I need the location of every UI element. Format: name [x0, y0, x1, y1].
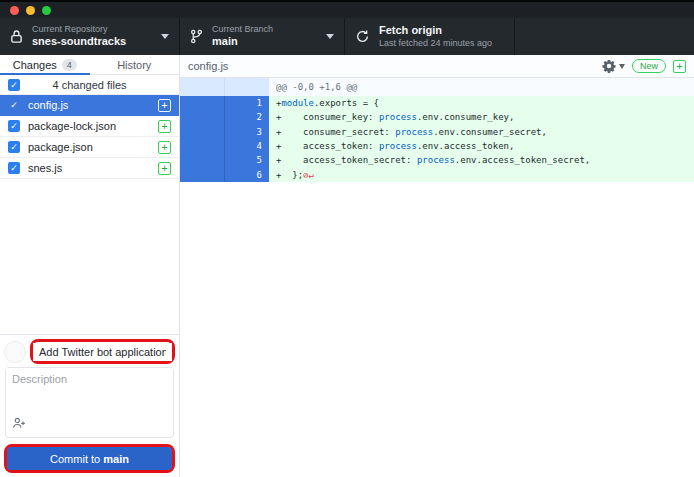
added-status-icon: +: [158, 99, 171, 112]
diff-line: 6+ };⊘↵: [180, 168, 694, 182]
titlebar: [0, 0, 694, 18]
diff-line-content: + access_token_secret: process.env.acces…: [269, 153, 694, 167]
new-file-badge: New: [632, 59, 666, 73]
current-branch-dropdown[interactable]: Current Branch main: [180, 18, 345, 55]
old-line-number: [180, 110, 225, 124]
zoom-button[interactable]: [42, 6, 51, 15]
diff-line-content: + consumer_secret: process.env.consumer_…: [269, 125, 694, 139]
new-line-number: 6: [225, 168, 270, 182]
hunk-gutter: [180, 78, 269, 96]
branch-icon: [190, 29, 203, 44]
new-line-number: 2: [225, 110, 270, 124]
hunk-header-text: @@ -0,0 +1,6 @@: [269, 78, 694, 96]
old-line-number: [180, 96, 225, 110]
old-line-number: [180, 168, 225, 182]
file-row[interactable]: ✓package-lock.json+: [0, 116, 179, 137]
added-status-icon: +: [673, 60, 686, 73]
fetch-status: Last fetched 24 minutes ago: [379, 38, 504, 49]
diff-line-content: + access_token: process.env.access_token…: [269, 139, 694, 153]
toolbar-empty-space: [515, 18, 694, 55]
old-line-number: [180, 125, 225, 139]
no-newline-icon: ⊘↵: [303, 170, 314, 180]
github-desktop-window: Current Repository snes-soundtracks Curr…: [0, 0, 694, 477]
fetch-label: Fetch origin: [379, 24, 504, 38]
file-name: package-lock.json: [28, 120, 150, 132]
commit-description-box: [5, 367, 174, 438]
sidebar-tabs: Changes4History: [0, 55, 179, 75]
old-line-number: [180, 153, 225, 167]
diff-line-content: +module.exports = {: [269, 96, 694, 110]
added-status-icon: +: [158, 141, 171, 154]
commit-summary-input[interactable]: [33, 343, 172, 361]
current-repository-dropdown[interactable]: Current Repository snes-soundtracks: [0, 18, 180, 55]
commit-button-annotation-box: Commit to main: [4, 444, 175, 473]
tab-changes[interactable]: Changes4: [0, 55, 90, 74]
tab-label: History: [117, 59, 151, 71]
diff-panel: config.js New + @: [180, 55, 694, 477]
chevron-down-icon: [619, 64, 625, 69]
file-row[interactable]: ✓snes.js+: [0, 158, 179, 179]
new-line-number: 3: [225, 125, 270, 139]
add-coauthor-icon[interactable]: [12, 415, 26, 433]
diff-line-gutter[interactable]: 3: [180, 125, 269, 139]
toolbar: Current Repository snes-soundtracks Curr…: [0, 18, 694, 55]
old-line-number: [180, 139, 225, 153]
file-list: ✓config.js+✓package-lock.json+✓package.j…: [0, 95, 179, 179]
diff-line: 4+ access_token: process.env.access_toke…: [180, 139, 694, 153]
added-status-icon: +: [158, 162, 171, 175]
file-checkbox[interactable]: ✓: [8, 120, 20, 132]
commit-to-main-button[interactable]: Commit to main: [7, 447, 172, 470]
file-row[interactable]: ✓config.js+: [0, 95, 179, 116]
summary-annotation-box: [30, 339, 175, 364]
diff-line-gutter[interactable]: 1: [180, 96, 269, 110]
sidebar: Changes4History ✓ 4 changed files ✓confi…: [0, 55, 180, 477]
file-checkbox[interactable]: ✓: [8, 141, 20, 153]
diff-line-gutter[interactable]: 4: [180, 139, 269, 153]
changed-files-count: 4 changed files: [53, 79, 127, 91]
new-line-number: 4: [225, 139, 270, 153]
diff-body: @@ -0,0 +1,6 @@ 1+module.exports = {2+ c…: [180, 78, 694, 182]
diff-header: config.js New +: [180, 55, 694, 78]
changes-count-badge: 4: [62, 59, 77, 71]
diff-line-gutter[interactable]: 5: [180, 153, 269, 167]
fetch-origin-button[interactable]: Fetch origin Last fetched 24 minutes ago: [345, 18, 515, 55]
lock-icon: [10, 29, 23, 44]
chevron-down-icon: [326, 34, 334, 39]
new-line-number: 1: [225, 96, 270, 110]
chevron-down-icon: [161, 34, 169, 39]
diff-line: 3+ consumer_secret: process.env.consumer…: [180, 125, 694, 139]
repository-label: Current Repository: [32, 24, 152, 35]
diff-line: 5+ access_token_secret: process.env.acce…: [180, 153, 694, 167]
include-all-checkbox[interactable]: ✓: [8, 79, 20, 91]
diff-line-gutter[interactable]: 2: [180, 110, 269, 124]
avatar: [4, 341, 26, 363]
diff-line-gutter[interactable]: 6: [180, 168, 269, 182]
diff-line-content: + };⊘↵: [269, 168, 694, 182]
diff-line: 2+ consumer_key: process.env.consumer_ke…: [180, 110, 694, 124]
sync-icon: [355, 29, 370, 44]
tab-history[interactable]: History: [90, 55, 180, 74]
file-row[interactable]: ✓package.json+: [0, 137, 179, 158]
diff-lines: 1+module.exports = {2+ consumer_key: pro…: [180, 96, 694, 182]
file-checkbox[interactable]: ✓: [8, 162, 20, 174]
diff-options-button[interactable]: [602, 59, 625, 73]
diff-line: 1+module.exports = {: [180, 96, 694, 110]
file-name: config.js: [28, 99, 150, 111]
commit-description-input[interactable]: [6, 368, 173, 418]
sidebar-empty-space: [0, 179, 179, 334]
close-button[interactable]: [10, 6, 19, 15]
added-status-icon: +: [158, 120, 171, 133]
commit-form: Commit to main: [0, 334, 179, 477]
hunk-header-row[interactable]: @@ -0,0 +1,6 @@: [180, 78, 694, 96]
commit-branch-name: main: [103, 453, 129, 465]
minimize-button[interactable]: [26, 6, 35, 15]
branch-label: Current Branch: [212, 24, 317, 35]
branch-name: main: [212, 35, 317, 49]
tab-label: Changes: [13, 59, 57, 71]
diff-line-content: + consumer_key: process.env.consumer_key…: [269, 110, 694, 124]
file-checkbox[interactable]: ✓: [8, 99, 20, 111]
diff-file-name: config.js: [188, 60, 228, 72]
file-name: package.json: [28, 141, 150, 153]
repository-name: snes-soundtracks: [32, 35, 152, 49]
new-line-number: 5: [225, 153, 270, 167]
